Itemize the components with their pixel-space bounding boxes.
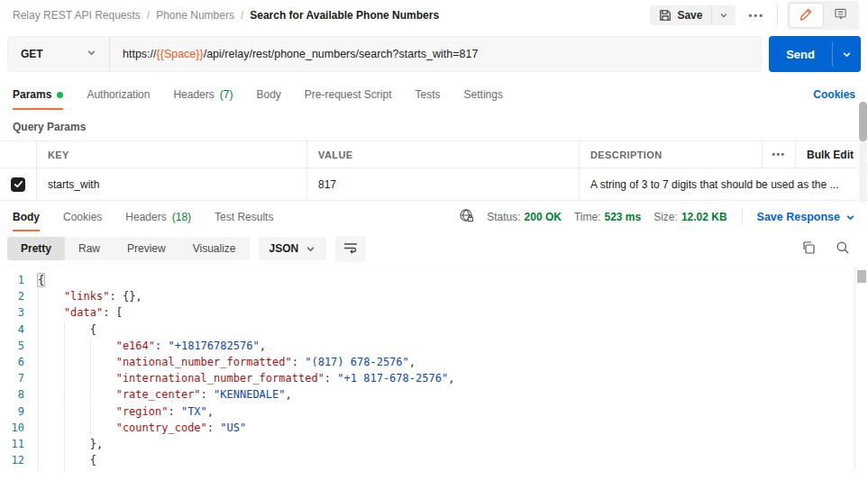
indent-guide — [64, 338, 90, 354]
tab-label: Authorization — [87, 88, 150, 101]
response-tabs: BodyCookiesHeaders(18)Test Results — [13, 203, 273, 231]
format-label: JSON — [270, 242, 299, 255]
json-token: : — [292, 356, 305, 368]
tab-pre-request-script[interactable]: Pre-request Script — [305, 79, 392, 110]
json-token: , — [448, 372, 454, 385]
line-number: 2 — [0, 288, 38, 304]
divider — [777, 5, 778, 25]
line-content: "links": {}, — [38, 288, 868, 304]
indent-guide — [90, 403, 116, 420]
json-token: , — [409, 356, 416, 368]
page-scrollbar-thumb[interactable] — [859, 102, 867, 141]
json-token: "links" — [64, 290, 110, 303]
response-meta: Status: 200 OK Time: 523 ms Size: 12.02 … — [459, 208, 855, 226]
view-tab-visualize[interactable]: Visualize — [179, 237, 250, 260]
top-actions: Save ••• — [650, 1, 859, 30]
indent-guide — [38, 403, 64, 420]
indent-guide — [38, 288, 64, 304]
indent-guide — [38, 436, 64, 452]
breadcrumb-item-relay-rest-api-requests[interactable]: Relay REST API Requests — [13, 9, 141, 22]
code-line: 1{ — [0, 272, 868, 288]
json-token: { — [90, 323, 96, 336]
code-scrollbar-thumb[interactable] — [857, 270, 866, 283]
json-token: "KENNEDALE" — [214, 388, 285, 401]
tab-body[interactable]: Body — [13, 203, 40, 231]
view-tab-raw[interactable]: Raw — [65, 237, 114, 260]
header-select-cell — [0, 141, 37, 168]
line-content: "international_number_formatted": "+1 81… — [38, 370, 868, 386]
send-options-chevron[interactable] — [833, 36, 861, 72]
tab-headers[interactable]: Headers(18) — [125, 203, 191, 231]
code-line: 9"region": "TX", — [0, 403, 868, 420]
send-button[interactable]: Send — [769, 36, 832, 72]
copy-response-button[interactable] — [796, 240, 821, 258]
cookies-link[interactable]: Cookies — [813, 88, 855, 101]
tab-authorization[interactable]: Authorization — [87, 79, 150, 110]
tab-body[interactable]: Body — [256, 79, 280, 110]
search-response-button[interactable] — [830, 240, 855, 258]
tab-label: Pre-request Script — [305, 88, 392, 101]
tab-tests[interactable]: Tests — [416, 79, 441, 110]
param-key-cell[interactable]: starts_with — [37, 168, 307, 200]
status-value: 200 OK — [525, 211, 562, 223]
tab-headers[interactable]: Headers(7) — [173, 79, 233, 110]
time-indicator: Time: 523 ms — [574, 211, 641, 223]
save-response-button[interactable]: Save Response — [757, 211, 855, 223]
method-select[interactable]: GET — [8, 37, 109, 71]
json-token: , — [207, 405, 214, 418]
tab-params[interactable]: Params — [13, 79, 63, 110]
tab-label: Body — [256, 88, 280, 101]
wrap-text-button[interactable] — [335, 236, 366, 262]
comment-button[interactable] — [824, 4, 857, 27]
breadcrumb-item-search-for-available-phone-numbers[interactable]: Search for Available Phone Numbers — [250, 9, 439, 22]
network-globe-icon[interactable] — [459, 208, 474, 226]
save-button[interactable]: Save — [650, 5, 711, 25]
code-scrollbar[interactable] — [854, 267, 868, 470]
response-view-bar: PrettyRawPreviewVisualize JSON — [0, 231, 868, 266]
json-token: "(817) 678-2576" — [305, 356, 409, 368]
line-content: "e164": "+18176782578" — [38, 468, 868, 470]
tab-cookies[interactable]: Cookies — [63, 203, 102, 231]
format-select[interactable]: JSON — [259, 237, 327, 260]
url-input[interactable]: https://{{Space}}/api/relay/rest/phone_n… — [110, 37, 761, 71]
bulk-edit-button[interactable]: Bulk Edit — [796, 141, 868, 168]
line-number: 3 — [0, 304, 38, 321]
param-description-cell[interactable]: A string of 3 to 7 digits that should be… — [580, 168, 868, 200]
view-tab-preview[interactable]: Preview — [114, 237, 179, 260]
json-token: "TX" — [181, 405, 207, 418]
indent-guide — [90, 370, 116, 386]
tab-test-results[interactable]: Test Results — [215, 203, 273, 231]
top-bar: Relay REST API Requests/Phone Numbers/Se… — [0, 0, 868, 25]
request-url-row: GET https://{{Space}}/api/relay/rest/pho… — [0, 25, 868, 79]
breadcrumb-item-phone-numbers[interactable]: Phone Numbers — [156, 9, 234, 22]
indent-guide — [38, 370, 64, 386]
json-token: "US" — [220, 421, 246, 434]
tab-settings[interactable]: Settings — [464, 79, 503, 110]
param-value-cell[interactable]: 817 — [307, 168, 580, 200]
copy-icon — [801, 240, 816, 258]
indent-guide — [38, 338, 64, 354]
param-description-text: A string of 3 to 7 digits that should be… — [590, 178, 839, 191]
tab-count: (7) — [220, 88, 233, 101]
code-line: 12{ — [0, 452, 868, 468]
line-content: "data": [ — [38, 304, 868, 321]
view-tab-pretty[interactable]: Pretty — [7, 237, 65, 260]
edit-button[interactable] — [789, 3, 824, 28]
params-more-options-button[interactable]: ••• — [763, 141, 796, 168]
line-content: "region": "TX", — [38, 403, 868, 420]
indent-guide — [90, 468, 116, 470]
json-token: : [ — [103, 306, 123, 319]
more-options-button[interactable]: ••• — [745, 8, 768, 23]
save-options-chevron[interactable] — [712, 5, 736, 25]
page-scrollbar[interactable] — [859, 102, 867, 204]
url-prefix: https:// — [123, 48, 157, 60]
param-checkbox[interactable] — [11, 177, 25, 192]
indent-guide — [38, 354, 64, 370]
code-line: 4{ — [0, 322, 868, 338]
line-number: 4 — [0, 322, 38, 338]
json-token: , — [260, 340, 266, 352]
url-bar: GET https://{{Space}}/api/relay/rest/pho… — [7, 36, 762, 72]
line-number: 12 — [0, 452, 38, 468]
line-content: "country_code": "US" — [38, 420, 868, 436]
indent-guide — [38, 322, 64, 338]
